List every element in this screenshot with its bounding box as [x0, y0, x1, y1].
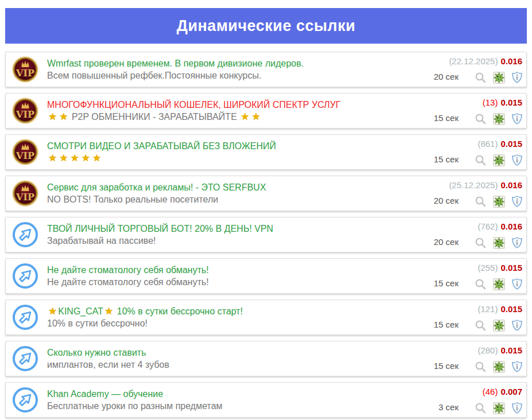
link-title[interactable]: Не дайте стоматологу себя обмануть!: [47, 264, 434, 276]
link-description: Бесплатные уроки по разным предметам: [47, 400, 438, 412]
shield-icon[interactable]: [512, 320, 522, 331]
view-duration-label: 20 сек: [434, 72, 459, 81]
bug-scan-icon[interactable]: [493, 320, 505, 332]
link-row[interactable]: ТВОЙ ЛИЧНЫЙ ТОРГОВЫЙ БОТ! 20% В ДЕНЬ! VP…: [5, 217, 527, 252]
link-title[interactable]: МНОГОФУНКЦИОНАЛЬНЫЙ КОШЕЛЕК, ШИРОКИЙ СПЕ…: [47, 99, 434, 111]
link-row[interactable]: Khan Academy — обучение Бесплатные уроки…: [5, 382, 527, 418]
arrow-circle-icon: [11, 221, 39, 248]
shield-icon[interactable]: [512, 113, 522, 125]
star-icon: ★: [81, 153, 90, 164]
svg-text:VIP: VIP: [15, 68, 34, 79]
search-icon[interactable]: [475, 113, 486, 125]
search-icon[interactable]: [475, 402, 486, 414]
link-text: Сервис для заработка и рекламы! - ЭТО SE…: [47, 181, 434, 205]
bug-scan-icon[interactable]: [493, 72, 505, 84]
link-price: 0.016: [500, 221, 522, 231]
shield-icon[interactable]: [512, 72, 522, 83]
search-icon[interactable]: [475, 154, 486, 166]
star-icon: ★: [59, 111, 68, 122]
link-description: 10% в сутки бессрочно!: [47, 317, 434, 329]
link-price: 0.016: [500, 180, 522, 190]
link-price: 0.015: [500, 139, 522, 149]
link-title[interactable]: СМОТРИ ВИДЕО И ЗАРАБАТЫВАЙ БЕЗ ВЛОЖЕНИЙ: [47, 140, 434, 152]
vip-badge-icon: VIP: [11, 56, 39, 83]
star-icon: ★: [48, 153, 57, 164]
bug-scan-icon[interactable]: [493, 154, 505, 166]
link-meta: (25.12.2025)0.016 20 сек: [434, 179, 522, 208]
link-description: NO BOTS! Только реальные посетители: [47, 193, 434, 205]
link-price: 0.015: [500, 98, 522, 107]
search-icon[interactable]: [475, 237, 486, 248]
link-text: СМОТРИ ВИДЕО И ЗАРАБАТЫВАЙ БЕЗ ВЛОЖЕНИЙ …: [47, 140, 434, 164]
link-description: имплантов, если нет 4 зубов: [47, 359, 434, 371]
link-count-badge: (762): [477, 221, 498, 231]
page: Динамические ссылки VIP: [0, 0, 532, 418]
link-meta: (22.12.2025)0.016 20 сек: [434, 55, 522, 84]
link-row[interactable]: VIP МНОГОФУНКЦИОНАЛЬНЫЙ КОШЕЛЕК, ШИРОКИЙ…: [5, 93, 527, 129]
star-icon: ★: [71, 153, 79, 164]
arrow-circle-icon: [11, 345, 39, 372]
link-count-badge: (22.12.2025): [449, 56, 498, 66]
link-meta: (255)0.015 15 сек: [434, 262, 522, 290]
search-icon[interactable]: [475, 196, 486, 207]
link-meta: (861)0.015 15 сек: [434, 138, 522, 166]
star-icon: ★: [48, 111, 57, 122]
search-icon[interactable]: [475, 72, 486, 83]
link-price: 0.015: [500, 263, 522, 273]
link-text: ТВОЙ ЛИЧНЫЙ ТОРГОВЫЙ БОТ! 20% В ДЕНЬ! VP…: [47, 223, 434, 247]
link-description: Всем повышенный рефбек.Постоянные конкур…: [47, 69, 434, 81]
link-meta: (121)0.015 15 сек: [434, 303, 522, 332]
search-icon[interactable]: [475, 278, 486, 290]
link-meta: (762)0.016 20 сек: [434, 220, 522, 249]
page-title: Динамические ссылки: [177, 17, 356, 35]
link-count-badge: (121): [477, 304, 498, 314]
view-duration-label: 20 сек: [434, 196, 459, 205]
link-meta: (13)0.015 15 сек: [434, 96, 522, 125]
view-duration-label: 15 сек: [434, 320, 459, 329]
link-title[interactable]: ТВОЙ ЛИЧНЫЙ ТОРГОВЫЙ БОТ! 20% В ДЕНЬ! VP…: [47, 223, 434, 235]
link-row[interactable]: VIP Сервис для заработка и рекламы! - ЭТ…: [5, 176, 527, 211]
shield-icon[interactable]: [512, 361, 522, 372]
star-icon: ★: [48, 306, 57, 317]
shield-icon[interactable]: [512, 278, 522, 290]
link-title[interactable]: Khan Academy — обучение: [47, 388, 438, 400]
svg-text:VIP: VIP: [15, 192, 34, 203]
star-icon: ★: [104, 306, 113, 317]
search-icon[interactable]: [475, 320, 486, 331]
bug-scan-icon[interactable]: [493, 278, 505, 290]
view-duration-label: 20 сек: [434, 237, 459, 247]
search-icon[interactable]: [475, 361, 486, 372]
star-icon: ★: [92, 153, 101, 164]
link-text: Khan Academy — обучение Бесплатные уроки…: [47, 388, 438, 412]
link-title[interactable]: Wmrfast проверен временем. В первом диви…: [47, 57, 434, 69]
shield-icon[interactable]: [512, 196, 522, 207]
link-text: Wmrfast проверен временем. В первом диви…: [47, 57, 434, 81]
bug-scan-icon[interactable]: [493, 361, 505, 373]
link-description: ★★ P2P ОБМЕННИКИ - ЗАРАБАТЫВАЙТЕ ★★: [47, 111, 434, 123]
bug-scan-icon[interactable]: [493, 402, 505, 414]
link-title[interactable]: Сколько нужно ставить: [47, 347, 434, 359]
link-row[interactable]: VIP СМОТРИ ВИДЕО И ЗАРАБАТЫВАЙ БЕЗ ВЛОЖЕ…: [5, 134, 527, 170]
link-title[interactable]: Сервис для заработка и рекламы! - ЭТО SE…: [47, 181, 434, 193]
link-row[interactable]: ★KING_CAT★ 10% в сутки бессрочно старт! …: [5, 300, 527, 335]
bug-scan-icon[interactable]: [493, 196, 505, 208]
vip-badge-icon: VIP: [11, 97, 39, 125]
shield-icon[interactable]: [512, 402, 522, 414]
link-row[interactable]: VIP Wmrfast проверен временем. В первом …: [5, 52, 527, 87]
shield-icon[interactable]: [512, 154, 522, 166]
link-price: 0.015: [500, 304, 522, 314]
link-text: МНОГОФУНКЦИОНАЛЬНЫЙ КОШЕЛЕК, ШИРОКИЙ СПЕ…: [47, 99, 434, 123]
shield-icon[interactable]: [512, 237, 522, 248]
link-row[interactable]: Не дайте стоматологу себя обмануть! Не д…: [5, 258, 527, 294]
bug-scan-icon[interactable]: [493, 237, 505, 249]
link-count-badge: (46): [483, 387, 498, 396]
link-row[interactable]: Сколько нужно ставить имплантов, если не…: [5, 341, 527, 376]
link-count-badge: (280): [477, 345, 498, 355]
link-text: Сколько нужно ставить имплантов, если не…: [47, 347, 434, 371]
vip-badge-icon: VIP: [11, 180, 39, 207]
arrow-circle-icon: [11, 304, 39, 331]
star-icon: ★: [240, 111, 249, 122]
link-count-badge: (25.12.2025): [449, 180, 498, 190]
bug-scan-icon[interactable]: [493, 113, 505, 125]
link-title[interactable]: ★KING_CAT★ 10% в сутки бессрочно старт!: [47, 305, 434, 317]
